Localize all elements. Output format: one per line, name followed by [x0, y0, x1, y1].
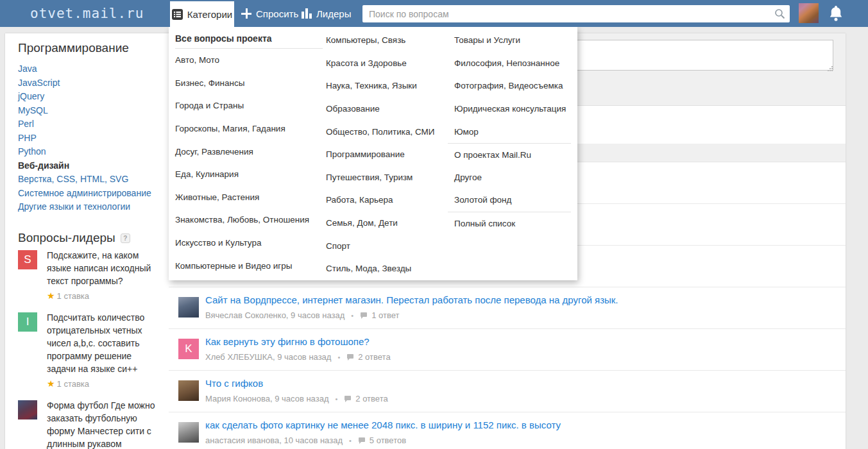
leader-avatar[interactable] [18, 400, 37, 419]
dropdown-item[interactable]: Фотография, Видеосъемка [448, 74, 571, 97]
answers-count: 2 ответа [358, 352, 390, 362]
dropdown-item[interactable]: Программирование [326, 143, 454, 166]
question-row: K Как вернуть эту фигню в фотошопе? Хлеб… [169, 329, 846, 371]
meta-separator: • [335, 395, 337, 403]
dropdown-item[interactable]: Искусство и Культура [175, 232, 323, 255]
meta-separator: • [349, 437, 352, 445]
dropdown-item[interactable]: Золотой фонд [448, 189, 571, 212]
answers-icon [344, 395, 352, 403]
search-icon[interactable] [774, 8, 785, 22]
plus-icon [241, 8, 251, 19]
dropdown-item[interactable]: Юридическая консультация [448, 97, 571, 121]
textarea-resize-grip[interactable] [827, 63, 833, 69]
dropdown-item[interactable]: Образование [326, 97, 454, 121]
question-author-time: анастасия иванова, 10 часов назад [205, 436, 343, 445]
question-title-link[interactable]: Что с гифков [205, 378, 263, 389]
question-author-avatar[interactable] [178, 380, 199, 401]
leader-question-link[interactable]: Форма футбол Где можно заказать футбольн… [47, 399, 156, 449]
sidebar-item-other-langs[interactable]: Другие языки и технологии [18, 200, 151, 214]
dropdown-item[interactable]: Города и Страны [175, 94, 323, 117]
sidebar-item-java[interactable]: Java [18, 62, 151, 76]
question-title-link[interactable]: Как вернуть эту фигню в фотошопе? [205, 336, 370, 347]
sidebar-subcategory-list: Java JavaScript jQuery MySQL Perl PHP Py… [18, 62, 151, 214]
answers-icon [360, 312, 368, 319]
notifications-bell-icon[interactable] [829, 5, 843, 24]
sidebar-item-sysadmin[interactable]: Системное администрирование [18, 187, 151, 201]
dropdown-item[interactable]: Авто, Мото [175, 49, 323, 72]
dropdown-item[interactable]: Красота и Здоровье [326, 52, 454, 75]
dropdown-column-3: Товары и Услуги Философия, Непознанное Ф… [448, 29, 571, 234]
sidebar-item-python[interactable]: Python [18, 145, 151, 159]
dropdown-item[interactable]: Общество, Политика, СМИ [326, 120, 454, 143]
dropdown-item[interactable]: Спорт [326, 234, 454, 257]
dropdown-item[interactable]: Работа, Карьера [326, 189, 454, 212]
leader-avatar[interactable]: S [18, 250, 37, 269]
tab-categories[interactable]: Категории [170, 1, 234, 27]
dropdown-item[interactable]: Философия, Непознанное [448, 52, 571, 75]
question-title-link[interactable]: Сайт на Вордпрессе, интернет магазин. Пе… [205, 294, 618, 305]
bar-chart-icon [302, 8, 312, 19]
dropdown-item[interactable]: Стиль, Мода, Звезды [326, 257, 454, 280]
sidebar-item-javascript[interactable]: JavaScript [18, 76, 151, 90]
answers-count: 2 ответа [355, 394, 387, 403]
sidebar-item-mysql[interactable]: MySQL [18, 104, 151, 118]
site-logo[interactable]: otvet.mail.ru [30, 0, 144, 27]
search-box [362, 5, 790, 22]
sidebar-item-perl[interactable]: Perl [18, 117, 151, 131]
dropdown-item[interactable]: Компьютеры, Связь [326, 29, 454, 52]
question-author-avatar[interactable] [178, 297, 199, 318]
dropdown-item[interactable]: О проектах Mail.Ru [448, 143, 571, 166]
sidebar-category-title: Программирование [18, 41, 129, 55]
ask-button[interactable]: Спросить [241, 0, 298, 27]
leader-question-link[interactable]: Подскажите, на каком языке написан исход… [47, 249, 156, 287]
user-avatar[interactable] [799, 3, 819, 23]
question-author-time: Хлеб ХЛЕБУШКА, 9 часов назад [205, 352, 331, 362]
dropdown-item[interactable]: Юмор [448, 120, 571, 143]
sidebar-item-current: Веб-дизайн [18, 159, 151, 173]
dropdown-item[interactable]: Компьютерные и Видео игры [175, 254, 323, 277]
star-icon: ★ [47, 378, 55, 389]
dropdown-item[interactable]: Наука, Техника, Языки [326, 74, 454, 97]
dropdown-item-all[interactable]: Все вопросы проекта [175, 29, 323, 49]
dropdown-item[interactable]: Полный список [448, 212, 571, 235]
dropdown-item[interactable]: Досуг, Развлечения [175, 140, 323, 163]
categories-dropdown: Все вопросы проекта Авто, Мото Бизнес, Ф… [169, 27, 577, 280]
question-author-avatar[interactable] [178, 422, 199, 443]
help-icon[interactable]: ? [121, 233, 130, 243]
leader-question: S Подскажите, на каком языке написан исх… [18, 249, 156, 301]
search-input[interactable] [362, 5, 790, 22]
dropdown-item[interactable]: Бизнес, Финансы [175, 72, 323, 95]
answers-count: 5 ответов [370, 436, 406, 445]
dropdown-item[interactable]: Другое [448, 166, 571, 189]
dropdown-item[interactable]: Семья, Дом, Дети [326, 212, 454, 235]
leader-questions-list: S Подскажите, на каком языке написан исх… [18, 249, 156, 449]
sidebar-item-css-html-svg[interactable]: Верстка, CSS, HTML, SVG [18, 173, 151, 187]
question-row: как сделать фото картинку не менее 2048 … [169, 412, 846, 449]
leader-question-link[interactable]: Подсчитать количество отрицательных четн… [47, 311, 156, 375]
question-meta: Хлеб ХЛЕБУШКА, 9 часов назад • 2 ответа [205, 352, 391, 362]
leader-stake: ★1 ставка [47, 291, 156, 301]
question-title-link[interactable]: как сделать фото картинку не менее 2048 … [205, 419, 561, 430]
answers-icon [358, 437, 366, 445]
question-meta: анастасия иванова, 10 часов назад • 5 от… [205, 436, 406, 445]
dropdown-item[interactable]: Гороскопы, Магия, Гадания [175, 117, 323, 140]
question-author-time: Мария Кононова, 9 часов назад [205, 394, 328, 403]
question-author-time: Вячеслав Соколенко, 9 часов назад [205, 310, 345, 320]
meta-separator: • [351, 312, 353, 319]
dropdown-item[interactable]: Еда, Кулинария [175, 163, 323, 186]
dropdown-item[interactable]: Знакомства, Любовь, Отношения [175, 208, 323, 232]
question-meta: Вячеслав Соколенко, 9 часов назад • 1 от… [205, 310, 399, 320]
question-meta: Мария Кононова, 9 часов назад • 2 ответа [205, 394, 388, 403]
leader-avatar[interactable]: I [18, 312, 37, 332]
dropdown-item[interactable]: Путешествия, Туризм [326, 166, 454, 189]
question-author-avatar[interactable]: K [178, 339, 199, 359]
dropdown-item[interactable]: Товары и Услуги [448, 29, 571, 52]
top-header: otvet.mail.ru Категории Спросить Лидеры [0, 0, 868, 27]
dropdown-item[interactable]: Животные, Растения [175, 186, 323, 209]
sidebar-item-jquery[interactable]: jQuery [18, 90, 151, 104]
sidebar-item-php[interactable]: PHP [18, 131, 151, 146]
question-row: Сайт на Вордпрессе, интернет магазин. Пе… [169, 287, 846, 329]
meta-separator: • [337, 353, 340, 361]
leaders-button[interactable]: Лидеры [302, 0, 351, 27]
leader-stake: ★1 ставка [47, 378, 156, 389]
